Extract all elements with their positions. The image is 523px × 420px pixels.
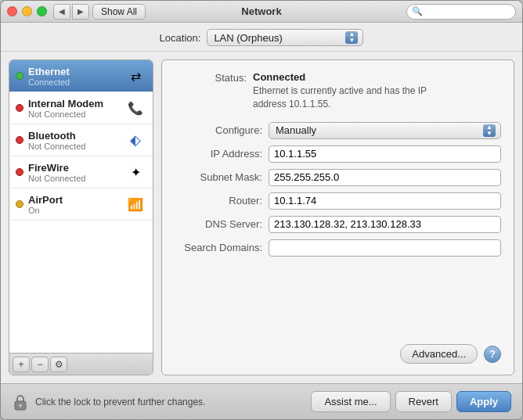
status-dot-ethernet — [16, 72, 23, 80]
panel-bottom-row: Advanced... ? — [175, 344, 501, 364]
sidebar-item-name-airport: AirPort — [28, 194, 124, 206]
ip-input[interactable] — [269, 145, 501, 163]
bottom-bar: Click the lock to prevent further change… — [1, 383, 522, 419]
configure-select-arrow: ▲ ▼ — [483, 124, 496, 137]
ip-row: IP Address: — [175, 145, 501, 163]
traffic-lights — [7, 6, 47, 16]
configure-value: Manually — [276, 124, 478, 136]
help-button[interactable]: ? — [484, 346, 501, 363]
main-content: Ethernet Connected ⇄ Internal Modem Not … — [1, 52, 522, 383]
add-network-button[interactable]: + — [13, 357, 30, 372]
window-title: Network — [241, 5, 281, 17]
close-button[interactable] — [7, 6, 17, 16]
sidebar-item-status-bluetooth: Not Connected — [28, 142, 124, 151]
maximize-button[interactable] — [37, 6, 47, 16]
revert-button[interactable]: Revert — [395, 391, 452, 412]
sidebar-item-name-modem: Internal Modem — [28, 98, 124, 109]
search-icon: 🔍 — [412, 6, 423, 16]
dns-label: DNS Server: — [175, 218, 269, 230]
router-row: Router: — [175, 192, 501, 210]
subnet-input[interactable] — [269, 169, 501, 186]
network-window: ◀ ▶ Show All Network 🔍 Location: LAN (Or… — [0, 0, 523, 420]
ethernet-icon: ⇄ — [124, 65, 146, 87]
sidebar-item-status-modem: Not Connected — [28, 109, 124, 119]
assist-me-button[interactable]: Assist me... — [311, 391, 390, 412]
status-dot-firewire — [16, 168, 23, 176]
search-box[interactable]: 🔍 — [406, 4, 516, 20]
forward-button[interactable]: ▶ — [72, 4, 89, 20]
subnet-row: Subnet Mask: — [175, 169, 501, 186]
location-toolbar: Location: LAN (Orpheus) ▲ ▼ — [1, 23, 522, 52]
settings-network-button[interactable]: ⚙ — [50, 357, 67, 372]
sidebar-item-firewire[interactable]: FireWire Not Connected ✦ — [9, 156, 153, 188]
configure-row: Configure: Manually ▲ ▼ — [175, 122, 501, 139]
status-field-label: Status: — [175, 71, 253, 111]
status-connected-text: Connected — [253, 71, 456, 83]
sidebar-item-status-firewire: Not Connected — [28, 174, 124, 183]
sidebar-item-name-firewire: FireWire — [28, 162, 124, 174]
search-domains-row: Search Domains: — [175, 239, 501, 257]
location-value: LAN (Orpheus) — [214, 32, 341, 44]
sidebar-item-internal-modem[interactable]: Internal Modem Not Connected 📞 — [9, 92, 153, 124]
apply-button[interactable]: Apply — [456, 391, 511, 412]
bluetooth-icon: ⬖ — [124, 129, 146, 151]
remove-network-button[interactable]: − — [31, 357, 49, 372]
sidebar-item-status-airport: On — [28, 206, 124, 215]
search-domains-label: Search Domains: — [175, 242, 269, 253]
sidebar-item-ethernet[interactable]: Ethernet Connected ⇄ — [9, 60, 153, 92]
status-section: Status: Connected Ethernet is currently … — [175, 71, 501, 111]
router-label: Router: — [175, 195, 269, 206]
sidebar-item-bluetooth[interactable]: Bluetooth Not Connected ⬖ — [9, 124, 153, 156]
nav-buttons: ◀ ▶ — [53, 4, 89, 20]
sidebar-list: Ethernet Connected ⇄ Internal Modem Not … — [9, 60, 153, 353]
configure-select[interactable]: Manually ▲ ▼ — [269, 122, 501, 139]
sidebar-item-status-ethernet: Connected — [28, 77, 124, 87]
location-select[interactable]: LAN (Orpheus) ▲ ▼ — [207, 29, 363, 46]
status-description: Ethernet is currently active and has the… — [253, 84, 456, 111]
status-dot-bluetooth — [16, 136, 23, 144]
status-info: Connected Ethernet is currently active a… — [253, 71, 456, 111]
sidebar: Ethernet Connected ⇄ Internal Modem Not … — [9, 59, 153, 375]
sidebar-toolbar: + − ⚙ — [9, 353, 153, 375]
show-all-button[interactable]: Show All — [92, 4, 146, 20]
dns-input[interactable] — [269, 216, 501, 233]
lock-text: Click the lock to prevent further change… — [35, 397, 306, 407]
advanced-button[interactable]: Advanced... — [400, 344, 478, 364]
sidebar-item-airport[interactable]: AirPort On 📶 — [9, 188, 153, 221]
location-select-arrow: ▲ ▼ — [345, 31, 358, 44]
airport-icon: 📶 — [124, 193, 146, 215]
sidebar-item-name-bluetooth: Bluetooth — [28, 130, 124, 142]
minimize-button[interactable] — [22, 6, 32, 16]
configure-label: Configure: — [175, 124, 269, 136]
back-button[interactable]: ◀ — [53, 4, 70, 20]
search-domains-input[interactable] — [269, 239, 501, 257]
lock-icon[interactable] — [12, 393, 29, 411]
search-input[interactable] — [425, 6, 510, 17]
titlebar: ◀ ▶ Show All Network 🔍 — [1, 1, 522, 23]
status-dot-modem — [16, 104, 23, 112]
firewire-icon: ✦ — [124, 161, 146, 183]
sidebar-item-name-ethernet: Ethernet — [28, 66, 124, 77]
dns-row: DNS Server: — [175, 216, 501, 233]
router-input[interactable] — [269, 192, 501, 210]
ip-label: IP Address: — [175, 148, 269, 160]
right-panel: Status: Connected Ethernet is currently … — [161, 59, 514, 375]
location-label: Location: — [160, 32, 201, 44]
status-dot-airport — [16, 200, 23, 208]
subnet-label: Subnet Mask: — [175, 171, 269, 183]
modem-icon: 📞 — [124, 97, 146, 119]
